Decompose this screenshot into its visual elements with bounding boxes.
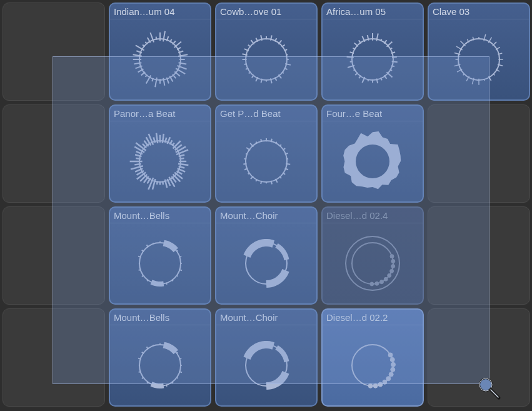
loop-pad[interactable]: Diesel…d 02.2 bbox=[321, 308, 424, 407]
svg-line-36 bbox=[156, 37, 157, 40]
pad-label: Clave 03 bbox=[429, 4, 529, 19]
pad-label: Mount…Bells bbox=[110, 208, 210, 223]
loop-pad[interactable]: Indian…um 04 bbox=[109, 3, 211, 101]
svg-line-55 bbox=[252, 75, 254, 78]
svg-point-263 bbox=[368, 383, 373, 388]
loop-pad[interactable]: Cowb…ove 01 bbox=[215, 3, 318, 101]
svg-line-86 bbox=[355, 73, 358, 75]
loop-pad[interactable]: Diesel…d 02.4 bbox=[321, 206, 424, 305]
svg-line-184 bbox=[271, 181, 272, 185]
svg-line-197 bbox=[261, 139, 261, 142]
empty-pad[interactable] bbox=[3, 104, 105, 203]
svg-line-87 bbox=[353, 69, 355, 70]
circular-waveform-icon bbox=[110, 121, 210, 201]
svg-point-230 bbox=[370, 282, 374, 286]
loop-pad[interactable]: Mount…Choir bbox=[215, 308, 318, 407]
loop-pad[interactable]: Mount…Choir bbox=[215, 206, 318, 305]
svg-point-66 bbox=[352, 39, 393, 80]
svg-point-171 bbox=[246, 141, 287, 182]
svg-line-170 bbox=[156, 133, 158, 143]
circular-waveform-icon bbox=[110, 19, 210, 99]
svg-line-83 bbox=[368, 79, 369, 81]
pad-label: Panor…a Beat bbox=[110, 106, 210, 121]
svg-line-74 bbox=[392, 57, 397, 58]
loop-pad-grid: Indian…um 04Cowb…ove 01Africa…um 05Clave… bbox=[0, 0, 532, 409]
svg-line-218 bbox=[153, 243, 154, 244]
loop-pad[interactable]: Get P…d Beat bbox=[215, 104, 318, 203]
svg-line-33 bbox=[145, 42, 147, 44]
svg-line-58 bbox=[244, 64, 247, 64]
svg-line-211 bbox=[147, 280, 148, 281]
svg-point-260 bbox=[383, 380, 387, 384]
svg-line-69 bbox=[381, 39, 381, 41]
pad-label: Africa…um 05 bbox=[323, 4, 423, 19]
svg-point-0 bbox=[139, 39, 181, 80]
svg-line-173 bbox=[271, 139, 272, 142]
svg-point-259 bbox=[386, 377, 391, 381]
svg-line-62 bbox=[248, 45, 251, 47]
svg-point-254 bbox=[388, 353, 393, 357]
circular-waveform-icon bbox=[323, 223, 423, 303]
empty-pad[interactable] bbox=[3, 308, 105, 407]
loop-pad[interactable]: Mount…Bells bbox=[109, 308, 211, 407]
empty-pad[interactable] bbox=[3, 206, 105, 305]
circular-waveform-icon bbox=[216, 19, 316, 99]
loop-pad[interactable]: Four…e Beat bbox=[321, 104, 424, 203]
pad-label: Mount…Choir bbox=[216, 208, 316, 223]
pad-label: Mount…Choir bbox=[216, 310, 316, 325]
svg-point-256 bbox=[391, 362, 395, 367]
svg-line-251 bbox=[153, 345, 154, 346]
svg-point-257 bbox=[391, 367, 395, 372]
svg-line-90 bbox=[347, 57, 354, 58]
svg-line-78 bbox=[386, 72, 392, 77]
svg-line-6 bbox=[174, 41, 181, 47]
loop-pad[interactable]: Panor…a Beat bbox=[109, 104, 211, 203]
svg-line-215 bbox=[138, 256, 141, 257]
svg-line-246 bbox=[139, 372, 141, 372]
svg-line-239 bbox=[176, 377, 178, 378]
svg-line-213 bbox=[139, 270, 141, 270]
loop-pad[interactable]: Mount…Bells bbox=[109, 206, 211, 305]
svg-line-203 bbox=[179, 256, 182, 257]
svg-line-244 bbox=[147, 382, 148, 383]
svg-line-207 bbox=[172, 280, 173, 281]
svg-line-191 bbox=[243, 164, 246, 165]
loop-pad[interactable]: Clave 03 bbox=[428, 3, 530, 101]
circular-waveform-icon bbox=[110, 325, 210, 405]
circular-waveform-icon bbox=[110, 223, 210, 303]
svg-line-235 bbox=[176, 352, 178, 353]
svg-line-179 bbox=[286, 164, 290, 165]
svg-line-128 bbox=[172, 143, 174, 145]
circular-waveform-icon bbox=[323, 325, 423, 405]
empty-pad[interactable] bbox=[3, 3, 105, 101]
svg-line-196 bbox=[256, 142, 258, 144]
svg-line-160 bbox=[136, 158, 141, 159]
empty-pad[interactable] bbox=[428, 104, 530, 203]
pad-label: Diesel…d 02.2 bbox=[323, 310, 423, 325]
empty-pad[interactable] bbox=[428, 206, 530, 305]
svg-point-228 bbox=[379, 280, 383, 284]
svg-point-262 bbox=[373, 383, 378, 388]
svg-line-241 bbox=[166, 385, 167, 387]
svg-line-119 bbox=[460, 41, 465, 46]
svg-point-37 bbox=[246, 39, 287, 80]
svg-point-261 bbox=[378, 382, 383, 387]
svg-point-226 bbox=[388, 273, 391, 277]
svg-line-193 bbox=[246, 154, 248, 155]
svg-point-227 bbox=[384, 277, 388, 281]
svg-point-222 bbox=[390, 255, 394, 258]
circular-waveform-icon bbox=[216, 223, 316, 303]
pad-label: Four…e Beat bbox=[323, 106, 423, 121]
loop-pad[interactable]: Africa…um 05 bbox=[321, 3, 424, 101]
circular-waveform-icon bbox=[323, 121, 423, 201]
svg-line-186 bbox=[261, 181, 261, 184]
empty-pad[interactable] bbox=[428, 308, 530, 407]
svg-line-148 bbox=[157, 181, 158, 185]
svg-line-206 bbox=[176, 275, 178, 277]
circular-waveform-icon bbox=[429, 19, 529, 99]
pad-label: Diesel…d 02.4 bbox=[323, 208, 423, 223]
pad-label: Cowb…ove 01 bbox=[216, 4, 316, 19]
svg-line-174 bbox=[276, 142, 276, 144]
svg-line-146 bbox=[163, 181, 163, 185]
svg-line-109 bbox=[484, 79, 484, 81]
